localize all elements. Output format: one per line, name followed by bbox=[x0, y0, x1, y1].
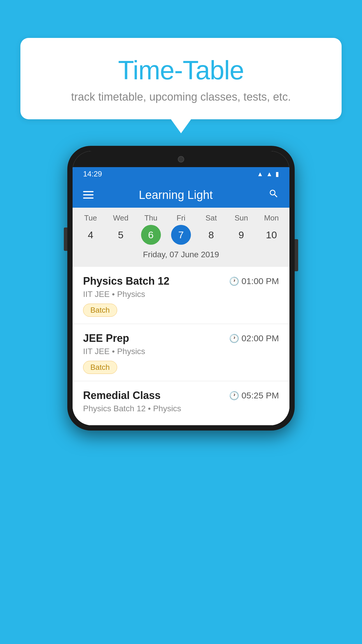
clock-icon-1: 🕐 bbox=[229, 276, 239, 286]
day-label-sun: Sun bbox=[235, 214, 248, 223]
status-icons: ▲ ▲ ▮ bbox=[257, 170, 279, 178]
class-time-value-1: 01:00 PM bbox=[242, 276, 279, 286]
day-col-mon[interactable]: Mon 10 bbox=[257, 214, 286, 245]
day-label-mon: Mon bbox=[264, 214, 279, 223]
class-time-value-2: 02:00 PM bbox=[242, 333, 279, 343]
battery-icon: ▮ bbox=[275, 170, 279, 178]
class-item-1[interactable]: Physics Batch 12 🕐 01:00 PM IIT JEE • Ph… bbox=[73, 267, 289, 324]
phone-frame: 14:29 ▲ ▲ ▮ Learning Light bbox=[67, 146, 295, 430]
status-bar: 14:29 ▲ ▲ ▮ bbox=[73, 166, 289, 182]
day-label-tue: Tue bbox=[84, 214, 97, 223]
bubble-subtitle: track timetable, upcoming classes, tests… bbox=[44, 91, 318, 103]
status-time: 14:29 bbox=[83, 169, 102, 178]
search-icon[interactable] bbox=[268, 188, 279, 202]
wifi-icon: ▲ bbox=[257, 170, 263, 178]
batch-badge-2: Batch bbox=[83, 361, 117, 374]
day-number-sun: 9 bbox=[231, 225, 251, 245]
clock-icon-3: 🕐 bbox=[229, 391, 239, 400]
class-subtitle-2: IIT JEE • Physics bbox=[83, 347, 279, 356]
class-time-3: 🕐 05:25 PM bbox=[229, 391, 279, 400]
batch-badge-1: Batch bbox=[83, 304, 117, 317]
day-col-sun[interactable]: Sun 9 bbox=[227, 214, 256, 245]
class-item-header-2: JEE Prep 🕐 02:00 PM bbox=[83, 332, 279, 344]
bubble-title: Time-Table bbox=[44, 55, 318, 85]
app-bar-title: Learning Light bbox=[94, 188, 258, 202]
day-label-sat: Sat bbox=[205, 214, 217, 223]
class-item-3[interactable]: Remedial Class 🕐 05:25 PM Physics Batch … bbox=[73, 381, 289, 425]
class-time-2: 🕐 02:00 PM bbox=[229, 333, 279, 343]
signal-icon: ▲ bbox=[266, 170, 273, 178]
class-item-header-3: Remedial Class 🕐 05:25 PM bbox=[83, 389, 279, 402]
day-col-wed[interactable]: Wed 5 bbox=[106, 214, 135, 245]
day-col-tue[interactable]: Tue 4 bbox=[76, 214, 105, 245]
class-time-value-3: 05:25 PM bbox=[242, 391, 279, 400]
clock-icon-2: 🕐 bbox=[229, 334, 239, 343]
hamburger-icon[interactable] bbox=[83, 191, 94, 199]
phone-screen: 14:29 ▲ ▲ ▮ Learning Light bbox=[73, 151, 289, 425]
day-number-thu: 6 bbox=[141, 225, 161, 245]
day-col-fri[interactable]: Fri 7 bbox=[166, 214, 196, 245]
app-bar: Learning Light bbox=[73, 182, 289, 208]
class-title-3: Remedial Class bbox=[83, 389, 161, 402]
class-subtitle-3: Physics Batch 12 • Physics bbox=[83, 404, 279, 413]
class-subtitle-1: IIT JEE • Physics bbox=[83, 290, 279, 299]
calendar-days: Tue 4 Wed 5 Thu 6 Fri 7 bbox=[75, 214, 287, 245]
camera-dot bbox=[178, 156, 184, 162]
day-number-wed: 5 bbox=[111, 225, 131, 245]
day-number-fri: 7 bbox=[171, 225, 191, 245]
day-label-fri: Fri bbox=[177, 214, 185, 223]
phone-container: 14:29 ▲ ▲ ▮ Learning Light bbox=[67, 146, 295, 430]
day-number-mon: 10 bbox=[261, 225, 281, 245]
phone-notch bbox=[73, 151, 289, 167]
class-item-2[interactable]: JEE Prep 🕐 02:00 PM IIT JEE • Physics Ba… bbox=[73, 324, 289, 381]
day-label-thu: Thu bbox=[144, 214, 157, 223]
class-title-1: Physics Batch 12 bbox=[83, 275, 169, 287]
class-item-header-1: Physics Batch 12 🕐 01:00 PM bbox=[83, 275, 279, 287]
notch-cutout bbox=[155, 151, 207, 167]
day-label-wed: Wed bbox=[113, 214, 129, 223]
day-col-thu[interactable]: Thu 6 bbox=[136, 214, 166, 245]
class-time-1: 🕐 01:00 PM bbox=[229, 276, 279, 286]
speech-bubble-container: Time-Table track timetable, upcoming cla… bbox=[20, 38, 342, 119]
speech-bubble: Time-Table track timetable, upcoming cla… bbox=[20, 38, 342, 119]
calendar-strip: Tue 4 Wed 5 Thu 6 Fri 7 bbox=[73, 208, 289, 267]
day-number-tue: 4 bbox=[81, 225, 101, 245]
class-list: Physics Batch 12 🕐 01:00 PM IIT JEE • Ph… bbox=[73, 267, 289, 425]
class-title-2: JEE Prep bbox=[83, 332, 129, 344]
day-number-sat: 8 bbox=[201, 225, 221, 245]
day-col-sat[interactable]: Sat 8 bbox=[196, 214, 226, 245]
selected-date-label: Friday, 07 June 2019 bbox=[75, 247, 287, 264]
